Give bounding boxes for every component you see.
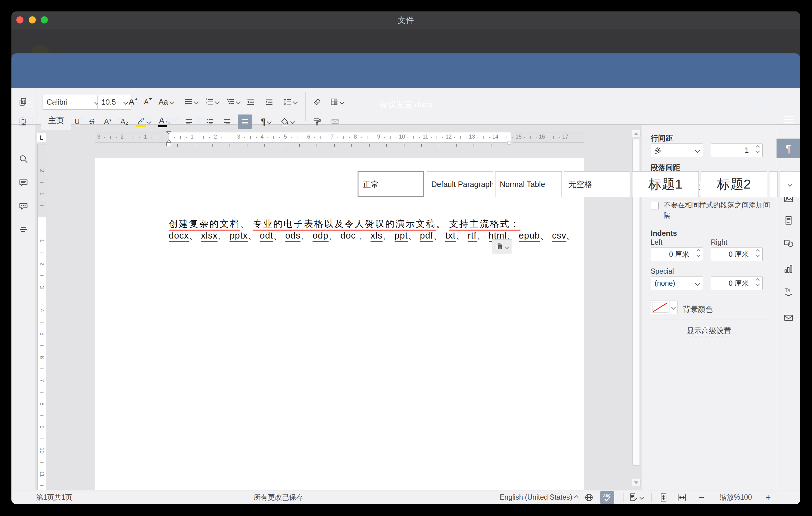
- app-window: 文件 会议发言.docx adm***@dootask.com 文件 主页 插入…: [11, 11, 800, 504]
- view-settings-icon[interactable]: [784, 116, 793, 124]
- special-value: 0 厘米: [729, 279, 749, 288]
- ruler-dot: [42, 480, 42, 480]
- ruler-tick: [40, 345, 44, 346]
- search-icon[interactable]: [18, 154, 29, 165]
- no-gap-checkbox[interactable]: [651, 202, 659, 210]
- style-normal-table[interactable]: Normal Table: [495, 171, 562, 197]
- zoom-level: 缩放%100: [719, 490, 753, 504]
- ruler-dot: [42, 165, 42, 165]
- special-value-input[interactable]: 0 厘米: [711, 277, 763, 290]
- paste-options-icon: [495, 242, 503, 251]
- indent-left-input[interactable]: 0 厘米: [651, 248, 703, 261]
- textart-settings-icon[interactable]: Ta: [783, 286, 794, 296]
- ruler-dot: [42, 363, 42, 364]
- ruler-dot: [42, 223, 42, 224]
- ruler-number: 10: [38, 448, 45, 454]
- ruler-dot: [267, 137, 268, 138]
- justify-icon: [240, 117, 250, 126]
- document-page[interactable]: 创建复杂的文档、专业的电子表格以及令人赞叹的演示文稿。支持主流格式： docx、…: [95, 158, 584, 490]
- track-changes-button[interactable]: [629, 490, 643, 504]
- arrow-down-icon: [634, 482, 638, 484]
- tab-layout[interactable]: 布局: [104, 111, 126, 130]
- horizontal-ruler[interactable]: 3211234567891011121314151617: [95, 132, 584, 143]
- mail-merge-settings-icon[interactable]: [783, 313, 794, 323]
- header-footer-settings-icon[interactable]: [783, 215, 794, 226]
- spinner-arrows[interactable]: [697, 250, 700, 256]
- ruler-dot: [244, 137, 245, 138]
- ruler-dot: [42, 211, 42, 212]
- copy-style-button[interactable]: [310, 114, 325, 129]
- spinner-arrows[interactable]: [756, 146, 759, 152]
- misspelled-text-segment: rtf: [468, 231, 477, 242]
- fit-width-button[interactable]: [676, 490, 687, 504]
- style-gallery-expand-button[interactable]: [780, 171, 800, 197]
- tab-stop-selector[interactable]: L: [37, 133, 46, 142]
- tab-file[interactable]: 文件: [16, 111, 39, 130]
- background-color-picker[interactable]: [651, 300, 678, 314]
- language-selector[interactable]: English (United States): [495, 490, 572, 504]
- zoom-in-button[interactable]: +: [765, 490, 771, 504]
- comments-icon[interactable]: [18, 177, 29, 188]
- ruler-dot: [42, 199, 42, 200]
- special-select[interactable]: (none): [651, 277, 703, 290]
- scrollbar-up-button[interactable]: [632, 130, 640, 137]
- style-normal[interactable]: 正常: [357, 171, 424, 197]
- style-no-spacing[interactable]: 无空格: [564, 171, 630, 197]
- line-spacing-value: 1: [745, 146, 749, 154]
- text-separator: 、: [433, 231, 442, 240]
- paint-roller-icon: [313, 117, 322, 126]
- shape-settings-icon[interactable]: [783, 238, 794, 248]
- spell-check-button[interactable]: ABC: [600, 491, 614, 504]
- ruler-tick: [553, 136, 554, 139]
- page-count[interactable]: 第1页共1页: [36, 490, 72, 504]
- document-language-button[interactable]: [584, 490, 594, 504]
- style-default-paragraph[interactable]: Default Paragraph: [427, 171, 493, 197]
- align-right-button[interactable]: [220, 114, 234, 129]
- tab-insert[interactable]: 插入: [75, 111, 96, 130]
- line-spacing-select[interactable]: 多: [651, 144, 703, 157]
- ruler-number: 8: [354, 134, 357, 140]
- indent-right-input[interactable]: 0 厘米: [711, 248, 763, 261]
- text-separator: 、: [218, 231, 227, 240]
- tab-stop-tick: [299, 144, 300, 147]
- paragraph-settings-tab[interactable]: ¶: [777, 139, 800, 158]
- line-spacing-value-input[interactable]: 1: [711, 144, 763, 157]
- spinner-arrows[interactable]: [756, 250, 759, 256]
- navigation-icon[interactable]: [18, 224, 29, 235]
- ruler-dot: [104, 137, 105, 138]
- right-indent-marker[interactable]: [506, 140, 512, 144]
- ruler-dot: [209, 137, 210, 138]
- tab-collaboration[interactable]: 协作: [163, 111, 185, 130]
- indent-marker[interactable]: [166, 131, 172, 147]
- ruler-tick: [40, 438, 44, 439]
- vertical-ruler[interactable]: 211234567891011: [37, 144, 46, 490]
- fit-page-button[interactable]: [659, 490, 669, 504]
- ruler-dot: [42, 409, 42, 410]
- document-text[interactable]: 创建复杂的文档、专业的电子表格以及令人赞叹的演示文稿。支持主流格式： docx、…: [169, 218, 520, 241]
- tab-home[interactable]: 主页: [41, 111, 71, 130]
- tab-references[interactable]: 引用: [134, 111, 155, 130]
- zoom-out-button[interactable]: −: [699, 490, 704, 504]
- misspelled-text-segment: txt: [445, 231, 456, 242]
- paragraph-shading-button[interactable]: [277, 114, 297, 129]
- tab-stop-tick: [264, 144, 265, 147]
- style-heading2[interactable]: 标题2: [701, 171, 767, 197]
- scrollbar-down-button[interactable]: [632, 479, 640, 486]
- style-heading1[interactable]: 标题1: [632, 171, 699, 197]
- mail-merge-button[interactable]: [326, 114, 344, 129]
- advanced-settings-link[interactable]: 显示高级设置: [642, 326, 776, 336]
- chart-settings-icon[interactable]: [783, 263, 794, 274]
- paste-options-button[interactable]: [492, 239, 512, 254]
- tab-stop-tick: [473, 144, 474, 147]
- misspelled-text-segment: odt: [260, 231, 273, 242]
- no-gap-checkbox-label[interactable]: 不要在相同样式的段落之间添加间隔: [664, 200, 771, 220]
- chevron-down-icon[interactable]: [669, 301, 677, 314]
- nonprinting-chars-button[interactable]: ¶: [257, 114, 275, 129]
- ruler-tick: [40, 229, 44, 229]
- spinner-arrows[interactable]: [756, 279, 759, 285]
- language-caret[interactable]: [575, 490, 578, 504]
- chat-icon[interactable]: [18, 201, 29, 211]
- tab-stop-tick: [195, 144, 195, 147]
- tab-plugins[interactable]: 插件: [193, 111, 214, 130]
- justify-button[interactable]: [238, 114, 252, 129]
